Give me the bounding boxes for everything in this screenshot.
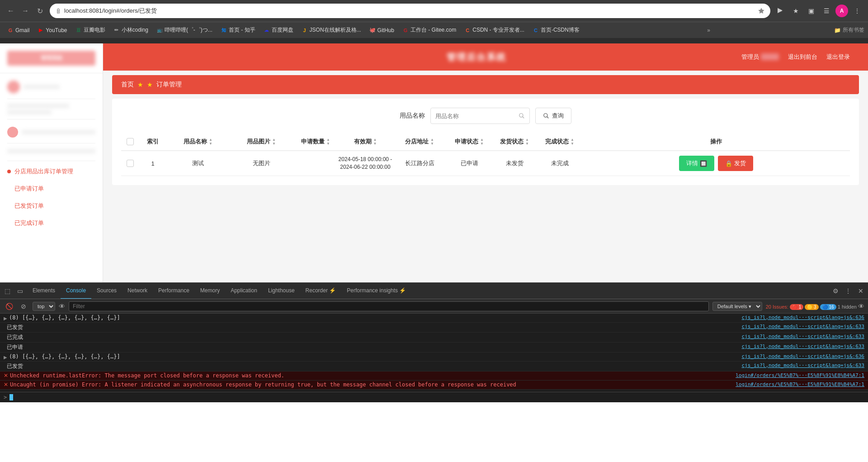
th-branch-sort[interactable]: ▲▼: [430, 138, 434, 146]
tab-console[interactable]: Console: [61, 283, 91, 299]
refresh-button[interactable]: ↻: [33, 5, 46, 17]
log-line-1: ▶ (8) [{…}, {…}, {…}, {…}, {…}, {…}] cjs…: [0, 314, 868, 323]
th-complete-status-sort[interactable]: ▲▼: [571, 138, 574, 146]
th-name-sort[interactable]: ▲▼: [209, 138, 212, 146]
sidebar-item-shipped[interactable]: 已发货订单: [0, 197, 103, 214]
td-actions: 详情 🔲 🔒 发货: [582, 156, 850, 171]
lock-ship-icon: 🔒: [725, 160, 732, 167]
th-ship-status-sort[interactable]: ▲▼: [525, 138, 529, 146]
bookmark-baidu[interactable]: ☁ 百度网盘: [260, 25, 297, 35]
tab-performance-label: Performance: [158, 287, 189, 294]
search-input[interactable]: [435, 113, 516, 119]
console-levels-select[interactable]: Default levels ▾: [712, 302, 762, 311]
tab-network[interactable]: Network: [122, 283, 153, 299]
gmail-favicon: G: [7, 27, 14, 33]
th-validity-sort[interactable]: ▲▼: [373, 138, 377, 146]
bookmarks-bar: G Gmail ▶ YouTube 豆 豆瓣电影 ✏ 小林coding 📺 哔哩…: [0, 22, 868, 38]
front-btn[interactable]: 退出到前台: [788, 53, 817, 61]
th-apply-status-sort[interactable]: ▲▼: [480, 138, 484, 146]
devtools-close-icon[interactable]: ✕: [855, 286, 866, 296]
tab-recorder[interactable]: Recorder ⚡: [300, 283, 342, 299]
log-link-2[interactable]: cjs_is?l,node_modul···script&lang=js&:63…: [732, 324, 864, 329]
devtools-settings-icon[interactable]: ⚙: [830, 286, 841, 296]
th-name-label: 用品名称: [184, 138, 207, 146]
sidebar-orders-label: 分店用品出库订单管理: [14, 167, 73, 176]
tab-memory[interactable]: Memory: [195, 283, 225, 299]
expand-icon-5[interactable]: ▶: [4, 355, 7, 360]
console-filter-icon[interactable]: ⊘: [18, 301, 29, 312]
bookmarks-more-button[interactable]: »: [704, 26, 713, 34]
devtools-more-icon[interactable]: ⋮: [843, 286, 854, 296]
tab-application[interactable]: Application: [225, 283, 263, 299]
bookmark-json[interactable]: J JSON在线解析及格...: [298, 25, 365, 35]
back-button[interactable]: ←: [5, 5, 17, 17]
bookmark-gitee[interactable]: G 工作台 - Gitee.com: [399, 25, 460, 35]
tab-perf-insights[interactable]: Performance insights ⚡: [341, 283, 411, 299]
bookmark-github[interactable]: 🐙 GitHub: [366, 26, 398, 34]
tab-lighthouse-label: Lighthouse: [268, 287, 295, 294]
log-link-4[interactable]: cjs_is?l,node_modul···script&lang=js&:63…: [732, 343, 864, 349]
devtools-device-icon[interactable]: ▭: [14, 286, 25, 296]
log-link-3[interactable]: cjs_is?l,node_modul···script&lang=js&:63…: [732, 333, 864, 339]
search-input-wrapper[interactable]: [430, 108, 530, 124]
bookmark-icon[interactable]: ★: [789, 5, 802, 17]
logout-btn[interactable]: 退出登录: [826, 53, 850, 61]
sidebar-item-orders[interactable]: 分店用品出库订单管理: [0, 163, 103, 180]
header-actions: 管理员 xxxx 退出到前台 退出登录: [741, 53, 850, 61]
td-checkbox: [121, 156, 139, 171]
devtools-inspect-icon[interactable]: ⬚: [2, 286, 13, 296]
bookmark-bilibili[interactable]: 📺 哔哩哔哩(゜-゜)つ...: [153, 25, 216, 35]
bookmark-xiaolin[interactable]: ✏ 小林coding: [110, 25, 152, 35]
log-link-error-1[interactable]: login#/orders/%E5%B7%···E5%8F%91%E8%B4%A…: [726, 372, 864, 378]
log-line-4: 已申请 cjs_is?l,node_modul···script&lang=js…: [0, 343, 868, 352]
tab-performance[interactable]: Performance: [153, 283, 195, 299]
tab-lighthouse[interactable]: Lighthouse: [263, 283, 300, 299]
row-image: 无图片: [253, 159, 270, 167]
bookmark-csdn2[interactable]: C 首页-CSDN博客: [529, 25, 583, 35]
row-checkbox[interactable]: [127, 160, 134, 167]
bookmark-douban[interactable]: 豆 豆瓣电影: [72, 25, 109, 35]
bookmark-csdn1[interactable]: C CSDN - 专业开发者...: [461, 25, 528, 35]
sidebar-section-user: [0, 73, 103, 125]
th-quantity-sort[interactable]: ▲▼: [326, 138, 330, 146]
hidden-eye-icon[interactable]: 👁: [858, 303, 864, 310]
all-bookmarks[interactable]: 📁 所有书签: [834, 26, 864, 34]
sidebar-item-completed[interactable]: 已完成订单: [0, 214, 103, 232]
bookmark-youtube[interactable]: ▶ YouTube: [34, 26, 71, 34]
breadcrumb-home[interactable]: 首页: [121, 81, 134, 89]
td-ship-status: 未发货: [492, 156, 537, 171]
tab-sources[interactable]: Sources: [91, 283, 122, 299]
address-bar[interactable]: localhost:8081/login#/orders/已发货: [50, 4, 770, 18]
log-link-1[interactable]: cjs_is?l,node_modul···script&lang=js&:63…: [732, 314, 864, 320]
sidebar-item-applied[interactable]: 已申请订单: [0, 180, 103, 197]
search-button[interactable]: 查询: [535, 108, 571, 124]
console-filter-input[interactable]: [69, 301, 709, 311]
more-menu-icon[interactable]: ⋮: [851, 5, 863, 17]
ship-button[interactable]: 🔒 发货: [718, 156, 753, 171]
td-apply-status: 已申请: [447, 156, 492, 171]
expand-icon-2: [4, 325, 5, 330]
log-text-5: (8) [{…}, {…}, {…}, {…}, {…}, {…}]: [9, 353, 732, 360]
tab-elements[interactable]: Elements: [27, 283, 61, 299]
console-context-select[interactable]: top: [33, 302, 55, 311]
eye-icon[interactable]: 👁: [59, 303, 65, 310]
bookmark-zhihu[interactable]: 知 首页 - 知乎: [217, 25, 259, 35]
log-link-6[interactable]: cjs_is?l,node_modul···script&lang=js&:63…: [732, 362, 864, 368]
forward-button[interactable]: →: [19, 5, 32, 17]
bookmark-gmail[interactable]: G Gmail: [4, 26, 33, 34]
expand-icon-1[interactable]: ▶: [4, 316, 7, 321]
app-title: 管理后台系统: [447, 51, 506, 63]
log-text-1: (8) [{…}, {…}, {…}, {…}, {…}, {…}]: [9, 314, 732, 321]
detail-button[interactable]: 详情 🔲: [679, 156, 714, 171]
log-link-error-2[interactable]: login#/orders/%E5%B7%···E5%8F%91%E8%B4%A…: [726, 381, 864, 387]
cast-icon[interactable]: ⯈: [774, 5, 787, 17]
console-clear-icon[interactable]: 🚫: [4, 301, 14, 312]
all-bookmarks-label: 所有书签: [843, 26, 864, 34]
devtools-tab-icons: ⬚ ▭: [2, 286, 25, 296]
extension-puzzle-icon[interactable]: ▣: [805, 5, 817, 17]
sidebar-icon[interactable]: ☰: [820, 5, 833, 17]
log-link-5[interactable]: cjs_is?l,node_modul···script&lang=js&:63…: [732, 353, 864, 359]
th-image-sort[interactable]: ▲▼: [272, 138, 276, 146]
header-checkbox[interactable]: [127, 138, 134, 145]
user-avatar[interactable]: A: [835, 5, 848, 17]
